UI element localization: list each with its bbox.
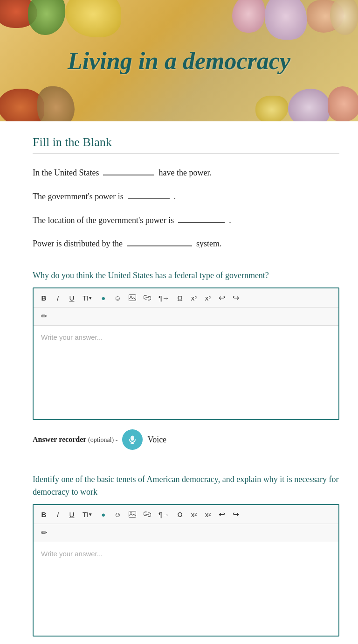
- italic-button-2[interactable]: I: [51, 508, 64, 521]
- font-size-button-2[interactable]: T|▼: [79, 508, 96, 521]
- voice-label: Voice: [147, 435, 166, 445]
- blank-input-3[interactable]: [178, 213, 225, 223]
- decorative-shell-4: [232, 0, 265, 33]
- row4-before: Power is distributed by the: [33, 237, 123, 251]
- undo-button-1[interactable]: ↩: [215, 291, 228, 304]
- decorative-shell-3: [65, 0, 121, 37]
- answer-recorder-1: Answer recorder (optional) - Voice: [33, 429, 339, 450]
- decorative-shell-12: [328, 86, 358, 121]
- hero-section: Living in a democracy: [0, 0, 358, 121]
- editor-toolbar-row2-2: ✏: [34, 524, 338, 542]
- underline-button-1[interactable]: U: [65, 291, 78, 304]
- row2-before: The government's power is: [33, 190, 124, 203]
- row2-after: .: [174, 190, 176, 203]
- color-button-2[interactable]: ●: [97, 508, 110, 521]
- redo-button-1[interactable]: ↪: [229, 291, 242, 304]
- superscript-button-2[interactable]: x2: [201, 508, 214, 521]
- fill-blank-title: Fill in the Blank: [33, 135, 339, 154]
- editor-box-2: B I U T|▼ ● ☺ ¶→: [33, 504, 339, 637]
- question2-text: Identify one of the basic tenets of Amer…: [33, 473, 339, 498]
- eraser-button-1[interactable]: ✏: [37, 309, 50, 322]
- row4-after: system.: [196, 237, 222, 251]
- question2-section: Identify one of the basic tenets of Amer…: [33, 473, 339, 637]
- paragraph-button-1[interactable]: ¶→: [155, 291, 172, 304]
- bold-button-1[interactable]: B: [37, 291, 50, 304]
- answer-area-1[interactable]: Write your answer...: [34, 326, 338, 419]
- svg-rect-5: [129, 511, 136, 518]
- decorative-shell-11: [288, 89, 330, 121]
- row1-before: In the United States: [33, 166, 99, 180]
- emoji-button-1[interactable]: ☺: [111, 291, 124, 304]
- fill-blank-row-1: In the United States have the power.: [33, 165, 339, 180]
- question1-section: Why do you think the United States has a…: [33, 269, 339, 450]
- row1-after: have the power.: [158, 166, 211, 180]
- answer-area-2[interactable]: Write your answer...: [34, 542, 338, 636]
- blank-input-4[interactable]: [127, 236, 192, 246]
- recorder-label: Answer recorder (optional) -: [33, 435, 117, 444]
- editor-toolbar-2: B I U T|▼ ● ☺ ¶→: [34, 505, 338, 524]
- svg-rect-0: [129, 295, 136, 301]
- row3-after: .: [229, 214, 231, 227]
- link-button-2[interactable]: [140, 508, 154, 521]
- editor-toolbar-1: B I U T|▼ ● ☺ ¶→: [34, 288, 338, 308]
- eraser-button-2[interactable]: ✏: [37, 526, 50, 539]
- row3-before: The location of the government's power i…: [33, 214, 174, 227]
- italic-button-1[interactable]: I: [51, 291, 64, 304]
- image-button-2[interactable]: [125, 508, 139, 521]
- paragraph-button-2[interactable]: ¶→: [155, 508, 172, 521]
- omega-button-2[interactable]: Ω: [173, 508, 186, 521]
- blank-input-1[interactable]: [103, 165, 154, 175]
- svg-point-2: [131, 436, 134, 441]
- decorative-shell-9: [37, 86, 75, 121]
- link-button-1[interactable]: [140, 291, 154, 304]
- omega-button-1[interactable]: Ω: [173, 291, 186, 304]
- decorative-shell-5: [265, 0, 307, 40]
- svg-point-1: [131, 296, 132, 297]
- emoji-button-2[interactable]: ☺: [111, 508, 124, 521]
- question1-text: Why do you think the United States has a…: [33, 269, 339, 282]
- main-content: Fill in the Blank In the United States h…: [0, 121, 358, 644]
- editor-box-1: B I U T|▼ ● ☺ ¶→: [33, 287, 339, 420]
- blank-input-2[interactable]: [128, 189, 170, 199]
- underline-button-2[interactable]: U: [65, 508, 78, 521]
- editor-toolbar-row2-1: ✏: [34, 308, 338, 326]
- svg-point-6: [131, 512, 132, 514]
- redo-button-2[interactable]: ↪: [229, 508, 242, 521]
- decorative-shell-10: [255, 96, 288, 121]
- color-button-1[interactable]: ●: [97, 291, 110, 304]
- fill-blank-row-2: The government's power is .: [33, 189, 339, 203]
- undo-button-2[interactable]: ↩: [215, 508, 228, 521]
- voice-button[interactable]: [122, 429, 143, 450]
- superscript-button-1[interactable]: x2: [201, 291, 214, 304]
- image-button-1[interactable]: [125, 291, 139, 304]
- bold-button-2[interactable]: B: [37, 508, 50, 521]
- page-title: Living in a democracy: [49, 47, 309, 75]
- fill-blank-row-4: Power is distributed by the system.: [33, 236, 339, 251]
- font-size-button-1[interactable]: T|▼: [79, 291, 96, 304]
- fill-blank-row-3: The location of the government's power i…: [33, 213, 339, 227]
- subscript-button-1[interactable]: x2: [187, 291, 200, 304]
- subscript-button-2[interactable]: x2: [187, 508, 200, 521]
- decorative-shell-2: [28, 0, 65, 35]
